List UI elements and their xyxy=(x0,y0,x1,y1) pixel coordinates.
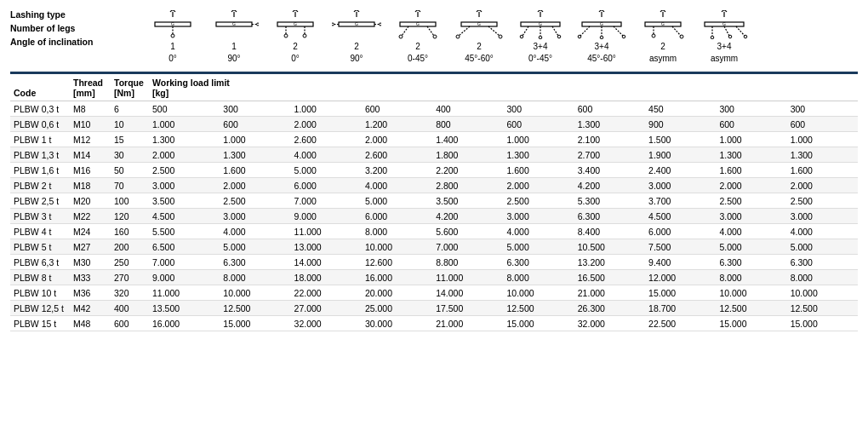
cell-wll: 2.000 xyxy=(787,178,858,193)
lashing-icon-9: G xyxy=(700,10,749,39)
icon-area-9: G xyxy=(700,9,749,41)
cell-code: PLBW 0,3 t xyxy=(10,101,70,117)
cell-thread: M12 xyxy=(70,132,111,147)
cell-wll: 2.200 xyxy=(432,163,503,178)
lashing-icon-8: G xyxy=(638,10,688,39)
cell-wll: 3.400 xyxy=(574,163,645,178)
cell-wll: 32.000 xyxy=(574,316,645,331)
angle-7: 45°-60° xyxy=(587,53,616,65)
cell-code: PLBW 12,5 t xyxy=(10,301,70,316)
svg-point-70 xyxy=(744,35,747,38)
cell-wll: 8.000 xyxy=(787,270,858,285)
icon-area-6: G xyxy=(516,9,565,41)
svg-point-29 xyxy=(433,35,437,38)
table-row: PLBW 15 tM4860016.00015.00032.00030.0002… xyxy=(10,316,858,331)
cell-thread: M10 xyxy=(70,117,111,132)
cell-wll: 8.400 xyxy=(574,224,645,239)
svg-point-66 xyxy=(711,36,714,39)
cell-wll: 26.300 xyxy=(574,301,645,316)
cell-thread: M24 xyxy=(70,224,111,239)
cell-wll: 600 xyxy=(574,101,645,117)
cell-wll: 18.700 xyxy=(645,301,716,316)
lashing-icon-0: G xyxy=(148,10,197,39)
cell-code: PLBW 15 t xyxy=(10,316,70,331)
cell-wll: 1.300 xyxy=(574,117,645,132)
cell-wll: 7.500 xyxy=(645,239,716,255)
cell-wll: 4.000 xyxy=(787,224,858,239)
cell-wll: 5.000 xyxy=(220,239,290,255)
cell-wll: 1.600 xyxy=(787,163,858,178)
cell-wll: 6.000 xyxy=(362,209,432,224)
angle-4: 0-45° xyxy=(408,53,428,65)
cell-wll: 9.400 xyxy=(645,255,716,270)
lashing-col-3: G 2 90° xyxy=(326,9,387,65)
cell-wll: 22.500 xyxy=(645,316,716,331)
cell-wll: 1.900 xyxy=(645,147,716,163)
cell-wll: 12.600 xyxy=(362,255,432,270)
cell-thread: M27 xyxy=(70,239,111,255)
table-header-row: Code Thread[mm] Torque[Nm] Working load … xyxy=(10,74,858,101)
cell-torque: 50 xyxy=(111,163,149,178)
cell-code: PLBW 10 t xyxy=(10,285,70,301)
cell-wll: 800 xyxy=(432,117,503,132)
angle-1: 90° xyxy=(227,53,240,65)
cell-wll: 5.500 xyxy=(149,224,220,239)
svg-text:G: G xyxy=(661,21,665,26)
cell-wll: 4.000 xyxy=(362,178,432,193)
cell-thread: M33 xyxy=(70,270,111,285)
cell-wll: 1.000 xyxy=(716,132,786,147)
legs-2: 2 xyxy=(293,41,298,53)
cell-wll: 7.000 xyxy=(149,255,220,270)
table-row: PLBW 8 tM332709.0008.00018.00016.00011.0… xyxy=(10,270,858,285)
cell-wll: 18.000 xyxy=(291,270,362,285)
svg-point-15 xyxy=(303,34,306,37)
cell-wll: 15.000 xyxy=(503,316,574,331)
cell-wll: 3.500 xyxy=(149,193,220,209)
cell-wll: 3.000 xyxy=(149,178,220,193)
cell-wll: 600 xyxy=(503,117,574,132)
cell-wll: 500 xyxy=(149,101,220,117)
cell-wll: 9.000 xyxy=(149,270,220,285)
angle-0: 0° xyxy=(168,53,177,65)
cell-code: PLBW 2,5 t xyxy=(10,193,70,209)
cell-wll: 2.000 xyxy=(716,178,786,193)
lashing-icon-5: G xyxy=(454,10,504,39)
cell-wll: 5.300 xyxy=(574,193,645,209)
cell-wll: 5.000 xyxy=(787,239,858,255)
svg-text:G: G xyxy=(477,21,481,26)
svg-text:G: G xyxy=(294,21,297,26)
cell-thread: M18 xyxy=(70,178,111,193)
svg-point-36 xyxy=(499,35,502,38)
cell-wll: 12.500 xyxy=(716,301,786,316)
cell-wll: 10.000 xyxy=(220,285,290,301)
svg-point-52 xyxy=(600,36,603,39)
cell-wll: 2.000 xyxy=(291,117,362,132)
cell-wll: 2.000 xyxy=(149,147,220,163)
cell-wll: 300 xyxy=(503,101,574,117)
angle-8: asymm xyxy=(649,53,677,65)
cell-thread: M14 xyxy=(70,147,111,163)
cell-code: PLBW 6,3 t xyxy=(10,255,70,270)
cell-wll: 2.400 xyxy=(645,163,716,178)
cell-thread: M22 xyxy=(70,209,111,224)
svg-text:G: G xyxy=(232,21,236,26)
lashing-type-label: Lashing type xyxy=(10,9,142,22)
svg-text:G: G xyxy=(722,21,726,26)
cell-wll: 1.500 xyxy=(645,132,716,147)
cell-wll: 16.000 xyxy=(362,270,432,285)
lashing-icon-4: G xyxy=(393,10,443,39)
cell-wll: 8.000 xyxy=(503,270,574,285)
cell-code: PLBW 5 t xyxy=(10,239,70,255)
cell-wll: 6.500 xyxy=(149,239,220,255)
svg-point-22 xyxy=(380,23,382,26)
icon-area-2: G xyxy=(271,9,320,41)
icon-area-7: G xyxy=(577,9,626,41)
cell-wll: 5.000 xyxy=(503,239,574,255)
svg-line-33 xyxy=(459,26,470,36)
svg-point-34 xyxy=(456,35,460,38)
svg-line-60 xyxy=(672,26,681,36)
th-thread: Thread[mm] xyxy=(70,74,111,101)
lashing-icons-row: G 1 0° G 1 90° xyxy=(142,9,858,65)
icon-area-1: G xyxy=(209,9,259,41)
cell-wll: 2.500 xyxy=(787,193,858,209)
